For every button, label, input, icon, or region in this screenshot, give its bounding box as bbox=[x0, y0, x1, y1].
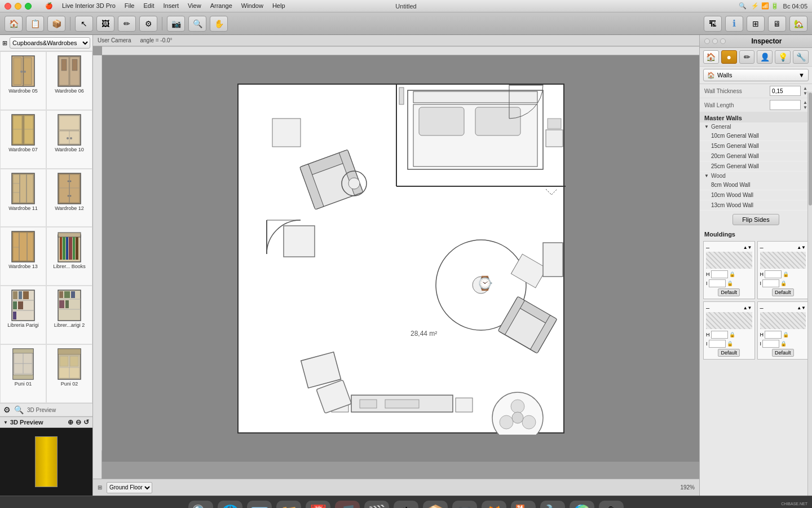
draw-button[interactable]: ✏ bbox=[118, 16, 136, 32]
info-button[interactable]: ℹ bbox=[725, 16, 743, 32]
flip-sides-button[interactable]: Flip Sides bbox=[732, 214, 779, 225]
render-button[interactable]: 🖼 bbox=[96, 16, 114, 32]
dock-mail[interactable]: 📧 bbox=[247, 501, 272, 509]
wall-25cm-general[interactable]: 25cm General Wall bbox=[700, 161, 812, 172]
sidebar-item-wardrobe07[interactable]: Wardrobe 07 bbox=[0, 110, 46, 169]
wall-thickness-value[interactable]: 0,15 bbox=[770, 86, 801, 96]
dock-photo[interactable]: 🎬 bbox=[364, 501, 389, 509]
maximize-button[interactable] bbox=[25, 3, 32, 10]
wall-8cm-wood[interactable]: 8cm Wood Wall bbox=[700, 180, 812, 190]
pan-button[interactable]: ✋ bbox=[210, 16, 228, 32]
layout-button[interactable]: ⊞ bbox=[747, 16, 765, 32]
moulding-i-input-4[interactable] bbox=[762, 340, 779, 348]
moulding-arrow-3[interactable]: ▲▼ bbox=[743, 305, 752, 310]
moulding-arrow-1[interactable]: ▲▼ bbox=[743, 245, 752, 250]
moulding-minus-4[interactable]: – bbox=[760, 304, 764, 311]
length-down[interactable]: ▼ bbox=[803, 105, 807, 110]
minimize-button[interactable] bbox=[15, 3, 21, 10]
moulding-default-2[interactable]: Default bbox=[772, 288, 794, 296]
category-dropdown[interactable]: Cupboards&Wardrobes bbox=[10, 37, 90, 49]
length-up[interactable]: ▲ bbox=[803, 100, 807, 105]
menu-help[interactable]: Help bbox=[272, 2, 285, 10]
floor-plan[interactable]: ⌚ bbox=[102, 55, 699, 462]
sidebar-item-wardrobe11[interactable]: Wardrobe 11 bbox=[0, 169, 46, 227]
refresh-preview[interactable]: ↺ bbox=[83, 418, 89, 426]
scrollbar-thumb[interactable] bbox=[809, 93, 812, 205]
moulding-minus-2[interactable]: – bbox=[760, 244, 764, 251]
moulding-h-input-2[interactable] bbox=[765, 270, 782, 278]
insp-tab-home[interactable]: 🏠 bbox=[703, 50, 719, 64]
wall-10cm-wood[interactable]: 10cm Wood Wall bbox=[700, 190, 812, 200]
dock-settings[interactable]: ⚙ bbox=[394, 501, 418, 509]
moulding-default-3[interactable]: Default bbox=[718, 349, 740, 357]
wall-10cm-general[interactable]: 10cm General Wall bbox=[700, 131, 812, 141]
wall-15cm-general[interactable]: 15cm General Wall bbox=[700, 141, 812, 151]
apple-menu[interactable]: 🍎 bbox=[45, 2, 53, 10]
dock-app5[interactable]: 🌍 bbox=[570, 501, 594, 509]
moulding-lock-3[interactable]: 🔒 bbox=[729, 332, 735, 338]
moulding-minus-3[interactable]: – bbox=[706, 304, 709, 311]
moulding-default-4[interactable]: Default bbox=[772, 349, 794, 357]
moulding-i-input-3[interactable] bbox=[709, 340, 726, 348]
insp-tab-material[interactable]: ● bbox=[721, 50, 737, 64]
moulding-lock-2[interactable]: 🔒 bbox=[783, 271, 789, 277]
menu-app-name[interactable]: Live Interior 3D Pro bbox=[62, 2, 116, 10]
moulding-lock-1[interactable]: 🔒 bbox=[729, 271, 735, 277]
insp-tab-light[interactable]: 💡 bbox=[775, 50, 791, 64]
dock-app3[interactable]: 🦊 bbox=[482, 501, 506, 509]
dock-calendar[interactable]: 📅 bbox=[306, 501, 330, 509]
dock-trash[interactable]: 🗑 bbox=[599, 501, 624, 509]
insp-close[interactable] bbox=[704, 38, 710, 44]
moulding-i-input-2[interactable] bbox=[762, 279, 779, 287]
settings-button[interactable]: ⚙ bbox=[139, 16, 157, 32]
wall-thickness-stepper[interactable]: ▲ ▼ bbox=[803, 86, 807, 96]
zoom-button[interactable]: 🔍 bbox=[188, 16, 206, 32]
moulding-h-input-4[interactable] bbox=[765, 331, 782, 339]
wood-subsection[interactable]: Wood bbox=[700, 172, 812, 180]
insp-tab-person[interactable]: 👤 bbox=[757, 50, 773, 64]
sidebar-item-wardrobe10[interactable]: Wardrobe 10 bbox=[46, 110, 92, 169]
dock-files[interactable]: 📁 bbox=[276, 501, 301, 509]
insp-min[interactable] bbox=[712, 38, 718, 44]
menu-window[interactable]: Window bbox=[241, 2, 263, 10]
wall-20cm-general[interactable]: 20cm General Wall bbox=[700, 151, 812, 161]
dock-safari[interactable]: 🌐 bbox=[218, 501, 242, 509]
sidebar-item-librerparigi2[interactable]: Librer...arigi 2 bbox=[46, 286, 92, 344]
search-icon[interactable]: 🔍 bbox=[14, 405, 24, 414]
zoom-out-preview[interactable]: ⊖ bbox=[76, 418, 81, 426]
thickness-up[interactable]: ▲ bbox=[803, 86, 807, 91]
search-icon[interactable]: 🔍 bbox=[739, 2, 747, 10]
dock-music[interactable]: 🎵 bbox=[335, 501, 360, 509]
sidebar-item-puni01[interactable]: Puni 01 bbox=[0, 344, 46, 403]
close-button[interactable] bbox=[5, 3, 11, 10]
menu-arrange[interactable]: Arrange bbox=[210, 2, 232, 10]
moulding-h-input-1[interactable] bbox=[711, 270, 728, 278]
moulding-lock-1b[interactable]: 🔒 bbox=[727, 281, 733, 286]
sidebar-item-wardrobe05[interactable]: Wardrobe 05 bbox=[0, 51, 46, 110]
sidebar-item-wardrobe13[interactable]: Wardrobe 13 bbox=[0, 227, 46, 286]
floor-plans-button[interactable]: 📋 bbox=[26, 16, 44, 32]
canvas-body[interactable]: ⌚ bbox=[93, 55, 699, 479]
select-tool[interactable]: ↖ bbox=[75, 16, 93, 32]
moulding-lock-3b[interactable]: 🔒 bbox=[727, 341, 733, 347]
insp-tab-tools[interactable]: 🔧 bbox=[793, 50, 809, 64]
menu-view[interactable]: View bbox=[188, 2, 201, 10]
dock-app4[interactable]: 🔧 bbox=[540, 501, 565, 509]
moulding-h-input-3[interactable] bbox=[711, 331, 728, 339]
sidebar-item-librebooks[interactable]: Librer... Books bbox=[46, 227, 92, 286]
house-button[interactable]: 🏡 bbox=[789, 16, 807, 32]
dock-appstore[interactable]: 🏪 bbox=[511, 501, 536, 509]
wall-length-value[interactable] bbox=[770, 100, 801, 110]
wall-length-stepper[interactable]: ▲ ▼ bbox=[803, 100, 807, 110]
general-subsection[interactable]: General bbox=[700, 122, 812, 131]
sidebar-item-wardrobe12[interactable]: Wardrobe 12 bbox=[46, 169, 92, 227]
sidebar-item-librerparigi[interactable]: Libreria Parigi bbox=[0, 286, 46, 344]
dock-app2[interactable]: 🎮 bbox=[452, 501, 477, 509]
menu-insert[interactable]: Insert bbox=[163, 2, 179, 10]
floor-selector[interactable]: Ground Floor bbox=[107, 482, 152, 493]
3d-view-button[interactable]: 🏗 bbox=[704, 16, 722, 32]
moulding-lock-4[interactable]: 🔒 bbox=[783, 332, 789, 338]
inspector-scrollbar[interactable] bbox=[807, 91, 812, 496]
moulding-minus-1[interactable]: – bbox=[706, 244, 709, 251]
walls-dropdown[interactable]: 🏠 Walls ▼ bbox=[703, 69, 809, 81]
